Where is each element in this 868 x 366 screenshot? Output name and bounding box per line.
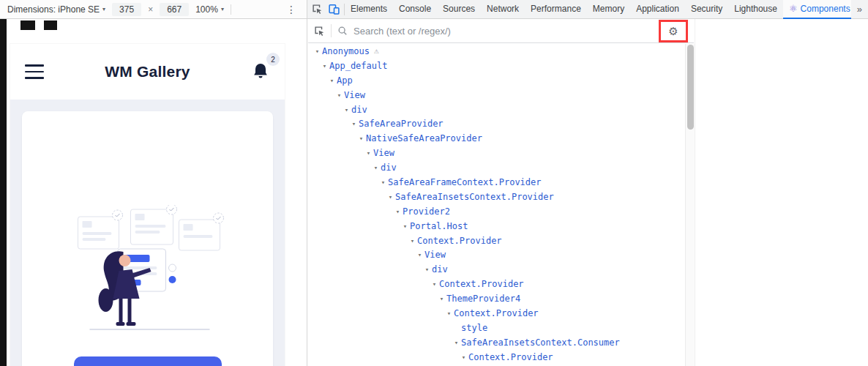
component-name: SafeAreaFrameContext.Provider xyxy=(388,177,542,187)
expand-toggle-icon[interactable]: ▾ xyxy=(408,237,417,244)
expand-toggle-icon[interactable]: ▾ xyxy=(437,295,446,302)
device-type-label: Dimensions: iPhone SE xyxy=(7,4,100,15)
tree-node-Context.Provider[interactable]: ▾Context.Provider xyxy=(308,306,685,321)
menu-button[interactable] xyxy=(25,64,44,79)
tab-lighthouse[interactable]: Lighthouse xyxy=(728,0,783,19)
tree-node-View[interactable]: ▾View xyxy=(308,146,685,160)
devtools-tab-bar: ElementsConsoleSourcesNetworkPerformance… xyxy=(307,0,868,19)
tree-node-SafeAreaInsetsContext.Provider[interactable]: ▾SafeAreaInsetsContext.Provider xyxy=(308,190,685,204)
component-name: Context.Provider xyxy=(439,279,524,289)
expand-toggle-icon[interactable]: ▾ xyxy=(422,266,432,273)
tree-node-App[interactable]: ▾App xyxy=(308,73,685,88)
search-separator xyxy=(331,24,332,37)
tree-node-View[interactable]: ▾View xyxy=(308,247,685,262)
gear-icon[interactable]: ⚙ xyxy=(668,26,678,37)
tree-node-App_default[interactable]: ▾App_default xyxy=(308,59,685,73)
inspect-element-icon[interactable] xyxy=(312,4,323,15)
device-toolbar: Dimensions: iPhone SE ▾ 375 × 667 100% ▾… xyxy=(0,0,307,19)
component-name: Provider2 xyxy=(403,206,450,217)
emulated-page-area: WM Gallery 2 xyxy=(0,19,307,366)
expand-toggle-icon[interactable]: ▾ xyxy=(313,48,322,55)
notifications-button[interactable]: 2 xyxy=(252,62,270,81)
react-devtools-panel: ⚙ ▾Anonymous⚠▾App_default▾App▾View▾div▾S… xyxy=(308,19,868,366)
search-input[interactable] xyxy=(353,26,653,37)
page-artifact xyxy=(20,20,35,30)
component-name: Anonymous xyxy=(322,46,370,56)
inspect-component-icon[interactable] xyxy=(314,26,325,37)
expand-toggle-icon[interactable]: ▾ xyxy=(349,120,359,127)
tree-node-Context.Provider[interactable]: ▾Context.Provider xyxy=(308,234,685,248)
screenshot-root: Dimensions: iPhone SE ▾ 375 × 667 100% ▾… xyxy=(0,0,868,366)
notification-badge: 2 xyxy=(266,53,280,66)
tree-node-style[interactable]: style xyxy=(308,321,685,335)
expand-toggle-icon[interactable]: ▾ xyxy=(415,251,424,258)
expand-toggle-icon[interactable]: ▾ xyxy=(356,135,366,142)
tree-node-SafeAreaProvider[interactable]: ▾SafeAreaProvider xyxy=(308,116,685,131)
tab-elements[interactable]: Elements xyxy=(345,0,393,19)
toolbar-separator xyxy=(231,4,231,15)
expand-toggle-icon[interactable]: ▾ xyxy=(378,179,388,186)
device-toolbar-toggle-icon[interactable] xyxy=(329,4,340,15)
expand-toggle-icon[interactable]: ▾ xyxy=(393,208,403,215)
bell-icon xyxy=(252,62,269,80)
tab-components[interactable]: ⚛Components xyxy=(783,0,851,19)
tab-application[interactable]: Application xyxy=(630,0,685,19)
expand-toggle-icon[interactable]: ▾ xyxy=(334,92,344,99)
expand-toggle-icon[interactable]: ▾ xyxy=(459,354,468,361)
tree-node-Anonymous[interactable]: ▾Anonymous⚠ xyxy=(308,44,685,59)
expand-toggle-icon[interactable]: ▾ xyxy=(364,149,373,157)
component-name: div xyxy=(432,264,448,274)
tab-performance[interactable]: Performance xyxy=(525,0,587,19)
expand-toggle-icon[interactable]: ▾ xyxy=(386,193,395,201)
expand-toggle-icon[interactable]: ▾ xyxy=(444,310,454,317)
viewport-width-input[interactable]: 375 xyxy=(112,3,141,16)
settings-highlight-box: ⚙ xyxy=(659,20,688,42)
tab-network[interactable]: Network xyxy=(481,0,525,19)
search-icon xyxy=(337,26,348,36)
tree-node-div[interactable]: ▾div xyxy=(308,262,685,277)
zoom-value: 100% xyxy=(195,4,218,15)
tab-security[interactable]: Security xyxy=(685,0,728,19)
tree-node-Provider2[interactable]: ▾Provider2 xyxy=(308,204,685,219)
tree-node-Context.Provider[interactable]: ▾Context.Provider xyxy=(308,350,685,365)
tab-label: Application xyxy=(636,4,679,14)
empty-state-card xyxy=(22,111,273,366)
tree-node-ThemeProvider4[interactable]: ▾ThemeProvider4 xyxy=(308,291,685,306)
tree-node-View[interactable]: ▾View xyxy=(308,88,685,102)
tree-node-Portal.Host[interactable]: ▾Portal.Host xyxy=(308,219,685,234)
more-tabs-icon[interactable]: » xyxy=(851,4,868,15)
expand-toggle-icon[interactable]: ▾ xyxy=(320,62,329,70)
tree-scrollbar[interactable] xyxy=(685,44,695,366)
expand-toggle-icon[interactable]: ▾ xyxy=(430,280,439,288)
tab-memory[interactable]: Memory xyxy=(587,0,630,19)
empty-state-illustration xyxy=(69,205,226,338)
expand-toggle-icon[interactable]: ▾ xyxy=(371,164,381,171)
tree-node-div[interactable]: ▾div xyxy=(308,102,685,117)
warning-icon: ⚠ xyxy=(374,46,379,56)
viewport-height-input[interactable]: 667 xyxy=(160,3,189,16)
tab-console[interactable]: Console xyxy=(393,0,437,19)
tab-sources[interactable]: Sources xyxy=(437,0,481,19)
zoom-select[interactable]: 100% ▾ xyxy=(195,4,224,15)
tree-node-SafeAreaInsetsContext.Consumer[interactable]: ▾SafeAreaInsetsContext.Consumer xyxy=(308,335,685,350)
tree-node-NativeSafeAreaProvider[interactable]: ▾NativeSafeAreaProvider xyxy=(308,131,685,146)
devtools-tabs: ElementsConsoleSourcesNetworkPerformance… xyxy=(345,0,851,19)
tab-label: Performance xyxy=(531,4,581,14)
component-name: Portal.Host xyxy=(410,221,468,231)
expand-toggle-icon[interactable]: ▾ xyxy=(452,339,461,346)
device-type-select[interactable]: Dimensions: iPhone SE ▾ xyxy=(7,4,105,15)
expand-toggle-icon[interactable]: ▾ xyxy=(342,106,351,113)
tree-node-Context.Provider[interactable]: ▾Context.Provider xyxy=(308,277,685,291)
scrollbar-thumb[interactable] xyxy=(687,45,694,130)
tree-node-SafeAreaFrameContext.Provider[interactable]: ▾SafeAreaFrameContext.Provider xyxy=(308,175,685,190)
tree-node-div[interactable]: ▾div xyxy=(308,160,685,175)
page-edge-strip xyxy=(0,19,7,366)
component-name: Context.Provider xyxy=(468,352,553,362)
page-artifact xyxy=(44,20,57,30)
app-header: WM Gallery 2 xyxy=(10,44,285,100)
more-options-icon[interactable]: ⋮ xyxy=(283,4,299,15)
expand-toggle-icon[interactable]: ▾ xyxy=(400,223,410,230)
primary-button[interactable] xyxy=(74,356,222,366)
component-name: App xyxy=(337,75,353,86)
expand-toggle-icon[interactable]: ▾ xyxy=(327,77,337,84)
